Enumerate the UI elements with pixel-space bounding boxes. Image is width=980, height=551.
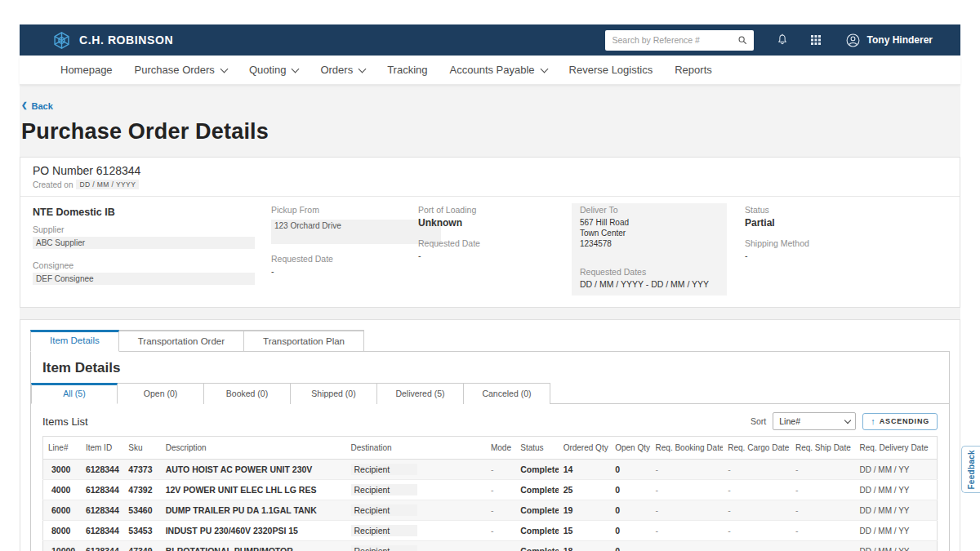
filter-tab[interactable]: Shipped (0): [291, 383, 377, 404]
deliver-to-section: Deliver To 567 Hill Road Town Center 123…: [572, 205, 745, 295]
cell-destination: Recipient: [346, 480, 486, 500]
tab-label: Transportation Order: [138, 336, 225, 346]
port-of-loading-section: Port of Loading Unknown Requested Date -: [418, 205, 572, 295]
tab[interactable]: Item Details: [30, 330, 119, 352]
cell-req-delivery-date: DD / MM / YY: [855, 521, 938, 541]
items-list-bar: Items List Sort Line# ↑ ASCENDING: [31, 404, 949, 436]
destination-value: Recipient: [351, 464, 418, 475]
filter-tab[interactable]: Open (0): [118, 383, 204, 404]
notifications-bell-icon[interactable]: [775, 33, 790, 47]
filter-tab[interactable]: Canceled (0): [464, 383, 550, 404]
port-of-loading-value: Unknown: [418, 217, 572, 229]
column-header[interactable]: Destination: [346, 437, 486, 460]
cell-item-id: 6128344: [81, 541, 123, 551]
search-input[interactable]: [612, 35, 737, 45]
sort-select[interactable]: Line#: [773, 412, 856, 430]
column-header[interactable]: Req. Ship Date: [791, 437, 855, 460]
sort-direction-button[interactable]: ↑ ASCENDING: [862, 413, 938, 430]
items-table-header: Line# Item ID Sku Description Destinatio…: [43, 437, 938, 460]
column-header[interactable]: Mode: [486, 437, 515, 460]
menu-item[interactable]: Accounts Payable: [450, 64, 547, 76]
chevron-down-icon: [220, 64, 228, 73]
search-box[interactable]: [605, 30, 754, 51]
cell-req-ship-date: -: [791, 480, 855, 500]
cell-sku: 47392: [123, 480, 160, 500]
menu-item-label: Quoting: [249, 64, 287, 76]
menu-item-label: Tracking: [387, 64, 427, 76]
cell-item-id: 6128344: [81, 480, 123, 500]
cell-status: Complete: [515, 480, 558, 500]
main-menu: Homepage Purchase Orders Quoting Orders …: [20, 56, 960, 85]
menu-item[interactable]: Reports: [675, 64, 712, 76]
sort-select-wrap: Line#: [773, 412, 856, 430]
menu-item-label: Accounts Payable: [450, 64, 535, 76]
order-type: NTE Domestic IB: [33, 207, 271, 218]
tab[interactable]: Transportation Plan: [244, 330, 364, 352]
user-avatar-icon: [845, 33, 861, 48]
cell-status: Complete: [515, 460, 558, 480]
back-link[interactable]: ❮ Back: [20, 101, 53, 111]
cell-sku: 53453: [123, 521, 160, 541]
column-header[interactable]: Description: [161, 437, 346, 460]
table-row[interactable]: 8000 6128344 53453 INDUST PU 230/460V 23…: [43, 521, 938, 541]
user-menu[interactable]: Tony Hinderer: [845, 33, 933, 48]
chevron-down-icon: [359, 64, 367, 73]
sort-label: Sort: [751, 416, 766, 426]
cell-line-number: 8000: [43, 521, 81, 541]
deliver-to-line3: 1234578: [580, 238, 719, 249]
filter-tab[interactable]: Delivered (5): [377, 383, 464, 404]
filter-tab-label: All (5): [63, 389, 85, 398]
table-row[interactable]: 10000 6128344 47349 BI-ROTATIONAL PUMP/M…: [43, 541, 938, 551]
ascending-label: ASCENDING: [880, 417, 929, 425]
brand[interactable]: C.H. ROBINSON: [52, 31, 173, 50]
pickup-section: Pickup From 123 Orchard Drive Requested …: [271, 205, 418, 295]
search-icon[interactable]: [737, 34, 748, 46]
column-header[interactable]: Req. Cargo Date: [723, 437, 791, 460]
menu-item-label: Reports: [675, 64, 712, 76]
filter-tab[interactable]: Booked (0): [204, 383, 291, 404]
cell-open-qty: 0: [610, 521, 650, 541]
cell-mode: -: [486, 480, 515, 500]
cell-req-ship-date: -: [791, 460, 855, 480]
menu-item[interactable]: Quoting: [249, 64, 299, 76]
pickup-from-label: Pickup From: [271, 205, 418, 215]
tab[interactable]: Transportation Order: [119, 330, 244, 352]
column-header[interactable]: Req. Booking Date: [651, 437, 724, 460]
cell-sku: 47349: [123, 541, 160, 551]
cell-req-delivery-date: DD / MM / YY: [855, 480, 938, 500]
cell-open-qty: 0: [610, 541, 650, 551]
cell-mode: -: [486, 500, 515, 521]
filter-tab[interactable]: All (5): [31, 383, 118, 404]
apps-grid-icon[interactable]: [809, 33, 822, 47]
column-header[interactable]: Line#: [43, 437, 81, 460]
consignee-label: Consignee: [33, 260, 271, 270]
cell-mode: -: [486, 521, 515, 541]
created-on-label: Created on: [33, 180, 73, 189]
column-header[interactable]: Open Qty: [610, 437, 650, 460]
page-title: Purchase Order Details: [20, 119, 960, 144]
filter-tab-label: Open (0): [144, 389, 177, 398]
menu-item-label: Homepage: [60, 64, 113, 76]
menu-item[interactable]: Tracking: [387, 64, 427, 76]
cell-destination: Recipient: [346, 460, 486, 480]
column-header[interactable]: Ordered Qty: [559, 437, 611, 460]
cell-req-ship-date: -: [791, 541, 855, 551]
feedback-button[interactable]: Feedback: [961, 446, 980, 493]
table-row[interactable]: 6000 6128344 53460 DUMP TRAILER PU DA 1.…: [43, 500, 938, 521]
chevron-left-icon: ❮: [21, 102, 28, 109]
column-header[interactable]: Status: [515, 437, 558, 460]
item-details-heading: Item Details: [31, 352, 949, 383]
supplier-value: ABC Supplier: [33, 237, 255, 249]
menu-item[interactable]: Reverse Logistics: [569, 64, 653, 76]
column-header[interactable]: Req. Delivery Date: [855, 437, 938, 460]
filter-tab-label: Canceled (0): [482, 389, 531, 398]
table-row[interactable]: 3000 6128344 47373 AUTO HOIST AC POWER U…: [43, 460, 938, 480]
menu-item[interactable]: Purchase Orders: [135, 64, 227, 76]
column-header[interactable]: Sku: [123, 437, 160, 460]
table-row[interactable]: 4000 6128344 47392 12V POWER UNIT ELEC L…: [43, 480, 938, 500]
column-header[interactable]: Item ID: [81, 437, 123, 460]
menu-item[interactable]: Orders: [320, 64, 365, 76]
menu-item[interactable]: Homepage: [60, 64, 113, 76]
cell-sku: 53460: [123, 500, 160, 521]
cell-open-qty: 0: [610, 460, 650, 480]
